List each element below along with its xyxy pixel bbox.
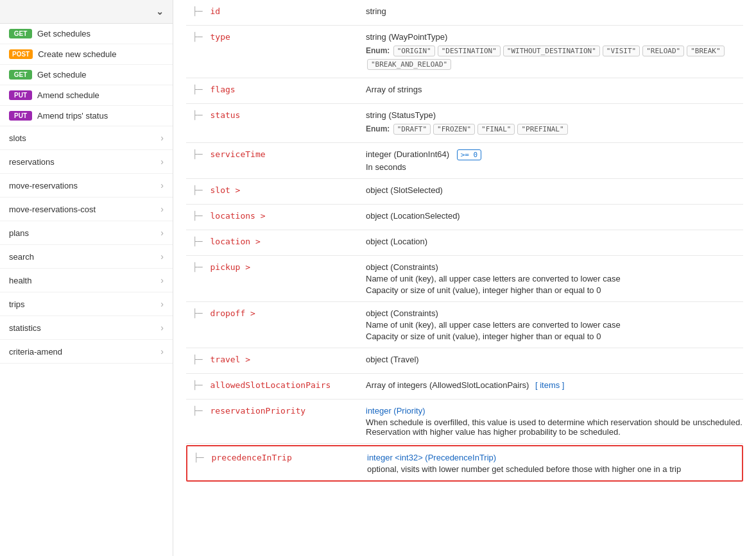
nav-item-label: move-reservations bbox=[9, 181, 78, 190]
field-name: ├─ pickup > bbox=[186, 262, 366, 272]
endpoint-label: Amend schedule bbox=[37, 90, 99, 100]
method-badge: GET bbox=[9, 29, 32, 38]
endpoint-label: Get schedules bbox=[37, 29, 90, 38]
sidebar-item-criteria-amend[interactable]: criteria-amend› bbox=[0, 340, 173, 364]
sidebar-section-schedules[interactable]: ⌄ bbox=[0, 0, 173, 24]
field-description: integer <int32> (PrecedenceInTrip)option… bbox=[367, 453, 742, 474]
field-code: location > bbox=[210, 237, 260, 246]
tree-connector: ├─ bbox=[193, 211, 207, 221]
tree-connector: ├─ bbox=[193, 308, 207, 318]
enum-tag: "BREAK" bbox=[687, 46, 724, 56]
enum-tag: "FINAL" bbox=[477, 124, 515, 135]
tree-connector: ├─ bbox=[193, 6, 207, 16]
chevron-right-icon: › bbox=[160, 251, 164, 262]
field-name: ├─ locations > bbox=[186, 211, 366, 221]
nav-item-label: trips bbox=[9, 299, 25, 309]
sidebar-endpoint-amend-trips'-status[interactable]: PUTAmend trips' status bbox=[0, 106, 173, 126]
chevron-right-icon: › bbox=[160, 180, 164, 190]
field-sub: When schedule is overfilled, this value … bbox=[366, 417, 743, 437]
field-row: ├─ allowedSlotLocationPairs Array of int… bbox=[186, 374, 743, 400]
sidebar-item-move-reservations-cost[interactable]: move-reservations-cost› bbox=[0, 198, 173, 221]
field-code: travel > bbox=[210, 355, 250, 364]
chevron-right-icon: › bbox=[160, 228, 164, 238]
field-code: serviceTime bbox=[210, 149, 265, 159]
enum-tag: "ORIGIN" bbox=[393, 46, 435, 56]
field-code: precedenceInTrip bbox=[211, 453, 291, 462]
sidebar-item-statistics[interactable]: statistics› bbox=[0, 316, 173, 340]
field-code: id bbox=[210, 6, 220, 16]
field-description: object (Location) bbox=[366, 237, 743, 246]
field-name: ├─ travel > bbox=[186, 355, 366, 364]
field-row: ├─ slot > object (SlotSelected) bbox=[186, 179, 743, 205]
field-description: string (WayPointType)Enum: "ORIGIN""DEST… bbox=[366, 32, 743, 71]
sidebar-endpoint-get-schedules[interactable]: GETGet schedules bbox=[0, 24, 173, 44]
endpoint-label: Amend trips' status bbox=[37, 111, 108, 121]
field-description: Array of strings bbox=[366, 85, 743, 94]
field-name: ├─ location > bbox=[186, 237, 366, 246]
field-code: status bbox=[210, 110, 240, 120]
tree-connector: ├─ bbox=[193, 85, 207, 94]
field-sub1: Name of unit (key), all upper case lette… bbox=[366, 274, 743, 283]
field-row: ├─ precedenceInTrip integer <int32> (Pre… bbox=[186, 445, 743, 482]
enum-tag: "RELOAD" bbox=[642, 46, 684, 56]
chevron-right-icon: › bbox=[160, 323, 164, 333]
enum-tag: "PREFINAL" bbox=[517, 124, 567, 135]
tree-connector: ├─ bbox=[193, 380, 207, 390]
field-row: ├─ location > object (Location) bbox=[186, 230, 743, 256]
sidebar-item-trips[interactable]: trips› bbox=[0, 292, 173, 316]
field-sub: In seconds bbox=[366, 162, 743, 172]
field-code: dropoff > bbox=[210, 308, 255, 318]
enum-tag: "WITHOUT_DESTINATION" bbox=[503, 46, 600, 56]
sidebar-item-slots[interactable]: slots› bbox=[0, 126, 173, 150]
sidebar-endpoint-amend-schedule[interactable]: PUTAmend schedule bbox=[0, 85, 173, 106]
chevron-right-icon: › bbox=[160, 133, 164, 143]
sidebar-item-plans[interactable]: plans› bbox=[0, 221, 173, 245]
method-badge: PUT bbox=[9, 90, 32, 100]
field-name: ├─ status bbox=[186, 110, 366, 120]
nav-item-label: plans bbox=[9, 228, 29, 238]
nav-item-label: search bbox=[9, 252, 34, 262]
field-type: string (WayPointType) bbox=[366, 32, 743, 42]
field-name: ├─ allowedSlotLocationPairs bbox=[186, 380, 366, 390]
sidebar-endpoint-get-schedule[interactable]: GETGet schedule bbox=[0, 65, 173, 85]
enum-tag: "VISIT" bbox=[603, 46, 640, 56]
items-link[interactable]: [ items ] bbox=[535, 380, 565, 390]
sidebar: ⌄ GETGet schedulesPOSTCreate new schedul… bbox=[0, 0, 173, 556]
tree-connector: ├─ bbox=[193, 406, 207, 416]
enum-line: Enum: "ORIGIN""DESTINATION""WITHOUT_DEST… bbox=[366, 44, 743, 71]
field-description: Array of integers (AllowedSlotLocationPa… bbox=[366, 380, 743, 390]
sidebar-item-move-reservations[interactable]: move-reservations› bbox=[0, 174, 173, 198]
field-name: ├─ id bbox=[186, 6, 366, 16]
sidebar-endpoint-create-new-schedule[interactable]: POSTCreate new schedule bbox=[0, 44, 173, 65]
nav-item-label: slots bbox=[9, 133, 26, 143]
sidebar-item-reservations[interactable]: reservations› bbox=[0, 150, 173, 174]
sidebar-item-search[interactable]: search› bbox=[0, 245, 173, 269]
field-code: type bbox=[210, 32, 230, 42]
field-type: string bbox=[366, 6, 743, 16]
field-type: object (Location) bbox=[366, 237, 743, 246]
sidebar-nav: slots›reservations›move-reservations›mov… bbox=[0, 126, 173, 364]
field-description: string (StatusType)Enum: "DRAFT""FROZEN"… bbox=[366, 110, 743, 136]
enum-tag: "DESTINATION" bbox=[438, 46, 501, 56]
field-description: object (Travel) bbox=[366, 355, 743, 364]
method-badge: PUT bbox=[9, 111, 32, 121]
field-type: object (Travel) bbox=[366, 355, 743, 364]
field-code: pickup > bbox=[210, 262, 250, 272]
field-description: object (Constraints)Name of unit (key), … bbox=[366, 262, 743, 295]
enum-tag: "BREAK_AND_RELOAD" bbox=[367, 59, 451, 70]
tree-connector: ├─ bbox=[193, 185, 207, 195]
field-type: integer (Priority) bbox=[366, 406, 743, 416]
field-code: allowedSlotLocationPairs bbox=[210, 380, 331, 390]
field-sub: optional, visits with lower number get s… bbox=[367, 464, 742, 474]
fields-container: ├─ id string ├─ type string (WayPointTyp… bbox=[186, 0, 743, 482]
tree-connector: ├─ bbox=[194, 453, 209, 462]
field-row: ├─ serviceTime integer (DurationInt64) >… bbox=[186, 143, 743, 179]
sidebar-item-health[interactable]: health› bbox=[0, 269, 173, 292]
field-name: ├─ reservationPriority bbox=[186, 406, 366, 416]
nav-item-label: move-reservations-cost bbox=[9, 205, 96, 214]
field-type: string (StatusType) bbox=[366, 110, 743, 120]
enum-line: Enum: "DRAFT""FROZEN""FINAL""PREFINAL" bbox=[366, 122, 743, 136]
chevron-right-icon: › bbox=[160, 275, 164, 285]
field-type: Array of integers (AllowedSlotLocationPa… bbox=[366, 380, 743, 390]
endpoint-label: Get schedule bbox=[37, 70, 87, 80]
